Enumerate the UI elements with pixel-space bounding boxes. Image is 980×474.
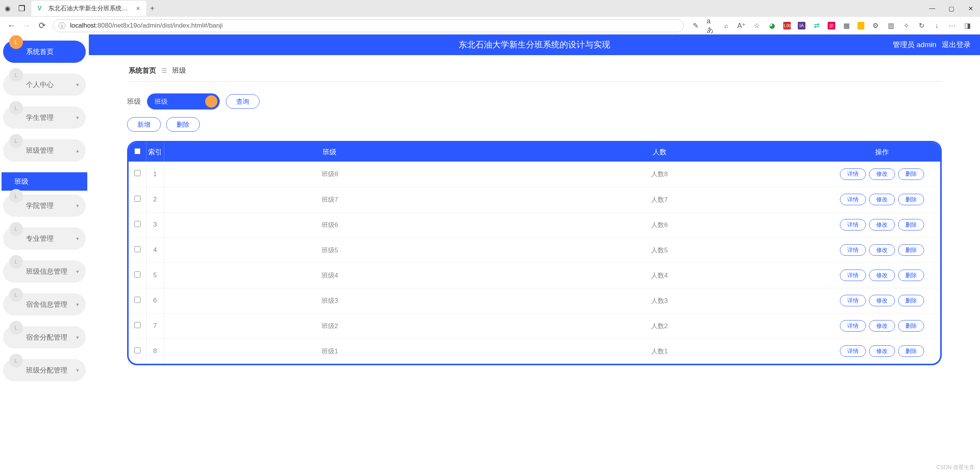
- sidebar-item-label: 班级管理: [26, 146, 54, 155]
- ext2-icon[interactable]: 1.00: [783, 22, 791, 29]
- menu-icon[interactable]: ⋯: [948, 21, 956, 30]
- sidebar-item-2[interactable]: L学生管理▾: [3, 106, 86, 129]
- ext6-icon[interactable]: ▦: [842, 21, 851, 30]
- favorite-icon[interactable]: ☆: [753, 21, 761, 30]
- row-checkbox[interactable]: [129, 288, 146, 313]
- ext3-icon[interactable]: IA: [798, 22, 805, 29]
- chevron-icon: ▾: [76, 367, 79, 373]
- sidebar-item-10[interactable]: L班级分配管理▾: [3, 359, 86, 381]
- detail-button[interactable]: 详情: [840, 219, 866, 230]
- sidebar-item-3[interactable]: L班级管理▴: [3, 139, 86, 162]
- detail-button[interactable]: 详情: [840, 244, 866, 256]
- detail-button[interactable]: 详情: [840, 295, 866, 306]
- row-delete-button[interactable]: 删除: [898, 194, 924, 205]
- row-checkbox[interactable]: [129, 263, 146, 288]
- edit-button[interactable]: 修改: [869, 244, 895, 256]
- chevron-icon: ▾: [76, 235, 79, 242]
- edit-button[interactable]: 修改: [869, 270, 895, 281]
- edit-button[interactable]: 修改: [869, 219, 895, 230]
- row-checkbox[interactable]: [129, 162, 146, 187]
- translate-icon[interactable]: aあ: [707, 21, 715, 30]
- clock-icon: L: [9, 35, 23, 49]
- detail-button[interactable]: 详情: [840, 270, 866, 281]
- edit-button[interactable]: 修改: [869, 295, 895, 306]
- sidebar-item-1[interactable]: L个人中心▾: [3, 74, 86, 96]
- sidebar-icon[interactable]: ▥: [887, 21, 895, 30]
- row-checkbox[interactable]: [129, 212, 146, 237]
- minimize-button[interactable]: —: [923, 0, 942, 17]
- row-checkbox[interactable]: [129, 187, 146, 212]
- chevron-icon: ▾: [76, 334, 79, 340]
- collections-icon[interactable]: ✧: [902, 21, 910, 30]
- edit-button[interactable]: 修改: [869, 345, 895, 357]
- filter-input[interactable]: 班级: [147, 93, 220, 110]
- row-delete-button[interactable]: 删除: [898, 219, 924, 230]
- user-label[interactable]: 管理员 admin: [893, 40, 936, 50]
- row-checkbox[interactable]: [129, 313, 146, 338]
- read-aloud-icon[interactable]: A⁺: [737, 21, 746, 30]
- sidebar-item-8[interactable]: L宿舍信息管理▾: [3, 293, 86, 315]
- delete-button[interactable]: 删除: [166, 117, 200, 132]
- row-delete-button[interactable]: 删除: [898, 320, 924, 332]
- sidebar-item-5[interactable]: L学院管理▾: [3, 195, 86, 217]
- sidebar-item-label: 班级分配管理: [26, 366, 67, 375]
- add-button[interactable]: 新增: [127, 117, 161, 132]
- close-tab-icon[interactable]: ×: [136, 5, 140, 13]
- ext1-icon[interactable]: ◕: [768, 21, 776, 30]
- forward-button[interactable]: →: [19, 18, 34, 33]
- workspace-icon[interactable]: ❐: [18, 4, 26, 13]
- url-input[interactable]: i localhost:8080/net8x19o/admin/dist/ind…: [53, 19, 684, 32]
- breadcrumb-home[interactable]: 系统首页: [129, 66, 156, 75]
- history-icon[interactable]: ↻: [917, 21, 926, 30]
- data-table: 索引 班级 人数 操作 1班级8人数8详情修改删除2班级7人数7详情修改删除3班…: [127, 141, 942, 365]
- row-delete-button[interactable]: 删除: [898, 345, 924, 357]
- chevron-icon: ▴: [76, 147, 79, 154]
- new-tab-button[interactable]: +: [150, 4, 155, 13]
- refresh-button[interactable]: ⟳: [34, 18, 50, 33]
- row-ops: 详情修改删除: [823, 212, 940, 237]
- row-delete-button[interactable]: 删除: [898, 244, 924, 256]
- ext7-icon[interactable]: [858, 22, 864, 29]
- browser-tab[interactable]: V 东北石油大学新生分班系统的设… ×: [31, 1, 146, 16]
- ext4-icon[interactable]: ⇄: [812, 21, 821, 30]
- sidebar-item-0[interactable]: L系统首页: [3, 41, 86, 63]
- row-ops: 详情修改删除: [823, 338, 940, 364]
- row-checkbox[interactable]: [129, 338, 146, 364]
- row-index: 6: [146, 288, 164, 313]
- address-bar: ← → ⟳ i localhost:8080/net8x19o/admin/di…: [0, 17, 980, 34]
- maximize-button[interactable]: ▢: [942, 0, 961, 17]
- downloads-icon[interactable]: ↓: [933, 21, 941, 30]
- row-delete-button[interactable]: 删除: [898, 168, 924, 180]
- close-window-button[interactable]: ✕: [961, 0, 980, 17]
- header-renshu: 人数: [495, 142, 823, 162]
- sidebar-item-9[interactable]: L宿舍分配管理▾: [3, 326, 86, 348]
- app-header: 东北石油大学新生分班系统的设计与实现 管理员 admin 退出登录: [89, 34, 980, 55]
- sidebar-item-6[interactable]: L专业管理▾: [3, 227, 86, 250]
- row-checkbox[interactable]: [129, 237, 146, 263]
- sidebar-item-label: 宿舍分配管理: [26, 333, 67, 342]
- edit-button[interactable]: 修改: [869, 320, 895, 332]
- row-delete-button[interactable]: 删除: [898, 295, 924, 306]
- detail-button[interactable]: 详情: [840, 345, 866, 357]
- profile-icon[interactable]: ◉: [3, 4, 12, 13]
- search-icon[interactable]: ⌕: [722, 21, 730, 30]
- query-button[interactable]: 查询: [226, 94, 260, 109]
- detail-button[interactable]: 详情: [840, 320, 866, 332]
- ext5-icon[interactable]: 訳: [828, 22, 835, 29]
- logout-link[interactable]: 退出登录: [942, 40, 971, 50]
- back-button[interactable]: ←: [4, 18, 19, 33]
- edit-button[interactable]: 修改: [869, 194, 895, 205]
- edit-button[interactable]: 修改: [869, 168, 895, 180]
- voice-icon[interactable]: ✎: [691, 21, 700, 30]
- row-banji: 班级8: [164, 162, 495, 187]
- filter-placeholder: 班级: [155, 97, 168, 106]
- detail-button[interactable]: 详情: [840, 168, 866, 180]
- extensions-icon[interactable]: ⚙: [871, 21, 880, 30]
- row-delete-button[interactable]: 删除: [898, 270, 924, 281]
- header-checkbox[interactable]: [129, 142, 146, 162]
- sidebar-item-4[interactable]: 班级: [2, 172, 87, 191]
- panel-icon[interactable]: ◨: [963, 21, 972, 30]
- detail-button[interactable]: 详情: [840, 194, 866, 205]
- sidebar-item-7[interactable]: L班级信息管理▾: [3, 260, 86, 283]
- site-info-icon[interactable]: i: [59, 22, 65, 29]
